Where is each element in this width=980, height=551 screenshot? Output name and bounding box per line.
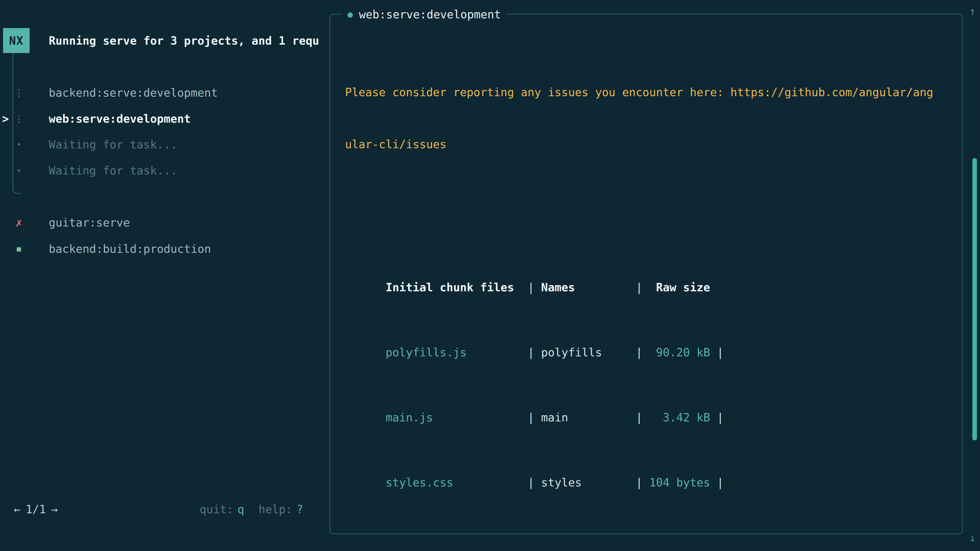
- nx-logo: NX: [3, 28, 30, 53]
- pipe: |: [636, 281, 643, 294]
- task-row-guitar-serve[interactable]: ✗ guitar:serve: [0, 210, 329, 235]
- terminal-panel-title: ● web:serve:development: [342, 3, 507, 25]
- pipe: |: [528, 476, 535, 489]
- chunk-file: styles.css: [386, 470, 528, 495]
- table-row: styles.css|styles|104 bytes|: [345, 444, 958, 470]
- task-label: Waiting for task...: [49, 164, 177, 177]
- chunk-name: main: [541, 405, 636, 430]
- task-row-backend-build[interactable]: ■ backend:build:production: [0, 236, 329, 262]
- header-raw-size: Raw size: [643, 275, 710, 300]
- task-row-waiting-1[interactable]: · Waiting for task...: [0, 131, 329, 157]
- running-dot-icon: ●: [348, 9, 353, 19]
- task-label: backend:build:production: [49, 242, 211, 256]
- pipe: |: [636, 411, 643, 424]
- pipe: |: [636, 476, 643, 489]
- notice-line-1: Please consider reporting any issues you…: [345, 79, 958, 105]
- task-row-waiting-2[interactable]: · Waiting for task...: [0, 157, 329, 183]
- notice-text: ular-cli/issues: [345, 138, 446, 151]
- table-row: main.js|main|3.42 kB|: [345, 379, 958, 405]
- terminal-output: Please consider reporting any issues you…: [345, 53, 958, 551]
- quit-key: q: [238, 503, 245, 516]
- pipe: |: [528, 281, 535, 294]
- pipe: |: [717, 476, 724, 489]
- header-files: Initial chunk files: [386, 275, 528, 300]
- pipe: |: [528, 411, 535, 424]
- task-row-backend-serve[interactable]: ⋮ backend:serve:development: [0, 79, 329, 106]
- task-label: backend:serve:development: [49, 86, 218, 99]
- scrollbar-thumb[interactable]: [972, 158, 977, 440]
- task-label: web:serve:development: [49, 112, 191, 125]
- chunk-file: polyfills.js: [386, 340, 528, 365]
- spinner-icon: ⋮: [13, 87, 25, 98]
- notice-line-2: ular-cli/issues: [345, 131, 958, 157]
- spinner-icon: ⋮: [13, 114, 25, 124]
- pipe: |: [717, 346, 724, 359]
- panel-title-text: web:serve:development: [359, 8, 501, 21]
- table-row: polyfills.js|polyfills|90.20 kB|: [345, 313, 958, 340]
- notice-text: Please consider reporting any issues you…: [345, 86, 933, 99]
- task-row-web-serve[interactable]: > ⋮ web:serve:development: [0, 106, 329, 132]
- shortcut-hints: quit: q help: ?: [0, 496, 303, 522]
- blank-line: [345, 509, 958, 535]
- chunk-size: 90.20 kB: [643, 340, 710, 365]
- scroll-up-icon[interactable]: ↑: [969, 5, 976, 17]
- chunk-name: polyfills: [541, 340, 636, 365]
- task-sidebar: NX Running serve for 3 projects, and 1 r…: [0, 0, 329, 551]
- success-square-icon: ■: [13, 245, 25, 253]
- nx-tui-screen: NX Running serve for 3 projects, and 1 r…: [0, 0, 980, 551]
- waiting-dot-icon: ·: [13, 138, 25, 151]
- chunk-size: 3.42 kB: [643, 405, 710, 430]
- scroll-down-icon[interactable]: ↓: [969, 531, 976, 544]
- help-hint-label: help:: [259, 503, 292, 516]
- sidebar-title: Running serve for 3 projects, and 1 requ: [49, 28, 319, 53]
- chunk-file: main.js: [386, 405, 528, 430]
- waiting-dot-icon: ·: [13, 164, 25, 177]
- task-label: Waiting for task...: [49, 138, 177, 151]
- chunk-size: 104 bytes: [643, 470, 710, 495]
- pipe: |: [528, 346, 535, 359]
- blank-line: [345, 183, 958, 210]
- task-label: guitar:serve: [49, 216, 130, 229]
- failed-x-icon: ✗: [13, 216, 25, 229]
- help-key: ?: [297, 503, 304, 516]
- table-header-row: Initial chunk files|Names|Raw size: [345, 248, 958, 275]
- selected-chevron-icon: >: [2, 112, 9, 125]
- pipe: |: [636, 346, 643, 359]
- pipe: |: [717, 411, 724, 424]
- chunk-name: styles: [541, 470, 636, 495]
- quit-hint-label: quit:: [200, 503, 233, 516]
- header-names: Names: [541, 275, 636, 300]
